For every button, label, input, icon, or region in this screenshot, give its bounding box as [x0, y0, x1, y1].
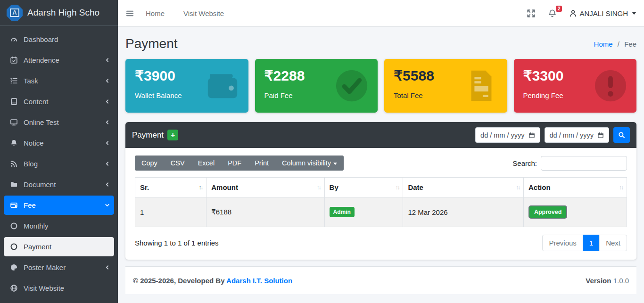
copyright-text: © 2025-2026, Developed By Adarsh I.T. So… [133, 277, 292, 285]
sidebar-item-label: Dashboard [24, 35, 110, 43]
sidebar-item-label: Attendence [24, 56, 104, 64]
navbar-right: 2 ANJALI SINGH [527, 9, 636, 18]
wallet-balance-card: ₹3900 Wallet Balance [125, 59, 248, 113]
copy-button[interactable]: Copy [135, 156, 164, 171]
column-visibility-button[interactable]: Column visibility [275, 156, 344, 171]
approved-button[interactable]: Approved [528, 205, 567, 219]
navbar-link-visit-website[interactable]: Visit Website [183, 9, 224, 17]
sidebar-item-label: Poster Maker [24, 263, 104, 271]
sidebar-item-monthly[interactable]: Monthly [4, 216, 114, 236]
add-payment-button[interactable]: + [167, 130, 178, 140]
cell-by: Admin [324, 197, 403, 227]
version-text: Version 1.0.0 [586, 277, 629, 285]
sidebar-item-label: Monthly [24, 222, 110, 230]
sort-icon: ↑↓ [317, 184, 321, 191]
app-window: A Adarsh High Scho Dashboard Attendence … [0, 0, 644, 303]
user-icon [569, 9, 577, 17]
stat-cards: ₹3900 Wallet Balance ₹2288 Paid Fee ₹558… [125, 59, 636, 113]
sidebar-item-label: Document [24, 180, 104, 188]
sidebar-item-document[interactable]: Document [4, 175, 114, 194]
palette-icon [7, 263, 21, 271]
file-invoice-icon [463, 67, 500, 104]
calendar-check-icon [7, 56, 21, 64]
sidebar-item-payment[interactable]: Payment [4, 237, 114, 256]
csv-button[interactable]: CSV [164, 156, 191, 171]
date-search-button[interactable] [613, 127, 630, 143]
sidebar-item-label: Notice [24, 139, 104, 147]
user-name: ANJALI SINGH [579, 9, 628, 17]
cell-action: Approved [523, 197, 627, 227]
sidebar-item-notice[interactable]: Notice [4, 133, 114, 153]
sidebar-item-poster-maker[interactable]: Poster Maker [4, 258, 114, 277]
sidebar-item-label: Visit Website [24, 284, 110, 292]
exclamation-circle-icon [592, 67, 629, 104]
circle-icon [7, 243, 21, 251]
sidebar-item-label: Fee [24, 201, 104, 209]
breadcrumb-home-link[interactable]: Home [594, 40, 613, 48]
chevron-down-icon [632, 12, 636, 15]
company-link[interactable]: Adarsh I.T. Solution [226, 277, 292, 285]
sort-icon: ↑↓ [395, 184, 399, 191]
sidebar-item-online-test[interactable]: Online Test [4, 113, 114, 132]
payment-panel: Payment + dd / mm / yyyy dd / mm / yyyy [125, 122, 636, 260]
main-area: Home Visit Website 2 ANJALI SINGH Paymen… [118, 0, 644, 303]
sidebar-item-visit-website[interactable]: Visit Website [4, 278, 114, 298]
chevron-left-icon [104, 181, 110, 188]
fullscreen-icon[interactable] [527, 9, 536, 18]
sort-icon: ↑↓ [619, 184, 623, 191]
sidebar: A Adarsh High Scho Dashboard Attendence … [0, 0, 118, 303]
pending-fee-card: ₹3300 Pending Fee [514, 59, 637, 113]
chevron-left-icon [104, 98, 110, 105]
sidebar-nav: Dashboard Attendence Task Content Online… [0, 26, 118, 303]
column-visibility-label: Column visibility [282, 159, 331, 167]
panel-header: Payment + dd / mm / yyyy dd / mm / yyyy [125, 122, 636, 148]
date-from-input[interactable]: dd / mm / yyyy [475, 127, 540, 143]
content-area: Payment Home / Fee ₹3900 Wallet Balance … [118, 27, 644, 303]
sidebar-item-dashboard[interactable]: Dashboard [4, 30, 114, 49]
next-page-button[interactable]: Next [599, 235, 627, 251]
date-to-input[interactable]: dd / mm / yyyy [545, 127, 609, 143]
print-button[interactable]: Print [248, 156, 275, 171]
breadcrumb: Home / Fee [594, 40, 636, 48]
check-circle-icon [333, 67, 370, 104]
breadcrumb-separator: / [618, 40, 619, 48]
chevron-left-icon [104, 57, 110, 63]
sidebar-item-task[interactable]: Task [4, 71, 114, 90]
navbar-link-home[interactable]: Home [146, 9, 165, 17]
column-header-amount[interactable]: Amount↑↓ [206, 178, 324, 197]
cell-amount: ₹6188 [206, 197, 324, 227]
chevron-left-icon [104, 140, 110, 146]
sidebar-item-label: Task [24, 77, 104, 85]
table-row: 1 ₹6188 Admin 12 Mar 2026 Approved [135, 197, 627, 227]
pagination: Previous 1 Next [542, 235, 627, 251]
column-header-by[interactable]: By↑↓ [324, 178, 403, 197]
circle-icon [7, 222, 21, 230]
table-info: Showing 1 to 1 of 1 entries [135, 239, 219, 247]
column-header-action[interactable]: Action↑↓ [523, 178, 627, 197]
sidebar-item-blog[interactable]: Blog [4, 154, 114, 173]
calendar-icon [528, 132, 535, 139]
sidebar-item-content[interactable]: Content [4, 92, 114, 111]
brand[interactable]: A Adarsh High Scho [0, 0, 118, 26]
column-header-sr[interactable]: Sr.↑↓ [135, 178, 206, 197]
page-title: Payment [125, 36, 178, 51]
wallet-icon [7, 201, 21, 209]
excel-button[interactable]: Excel [191, 156, 221, 171]
breadcrumb-current: Fee [624, 40, 636, 48]
page-1-button[interactable]: 1 [583, 235, 600, 251]
notifications-bell-icon[interactable]: 2 [548, 9, 557, 18]
user-menu[interactable]: ANJALI SINGH [569, 9, 636, 17]
calendar-icon [597, 132, 604, 139]
table-search-input[interactable] [541, 156, 627, 171]
folder-icon [7, 180, 21, 188]
paid-fee-card: ₹2288 Paid Fee [255, 59, 378, 113]
pdf-button[interactable]: PDF [221, 156, 248, 171]
sidebar-item-attendence[interactable]: Attendence [4, 50, 114, 70]
date-placeholder: dd / mm / yyyy [480, 131, 524, 139]
previous-page-button[interactable]: Previous [542, 235, 583, 251]
column-header-date[interactable]: Date↑↓ [403, 178, 524, 197]
gauge-icon [7, 35, 21, 43]
sidebar-item-fee[interactable]: Fee [4, 196, 114, 215]
brand-title: Adarsh High Scho [27, 8, 99, 18]
hamburger-menu-icon[interactable] [125, 9, 134, 18]
